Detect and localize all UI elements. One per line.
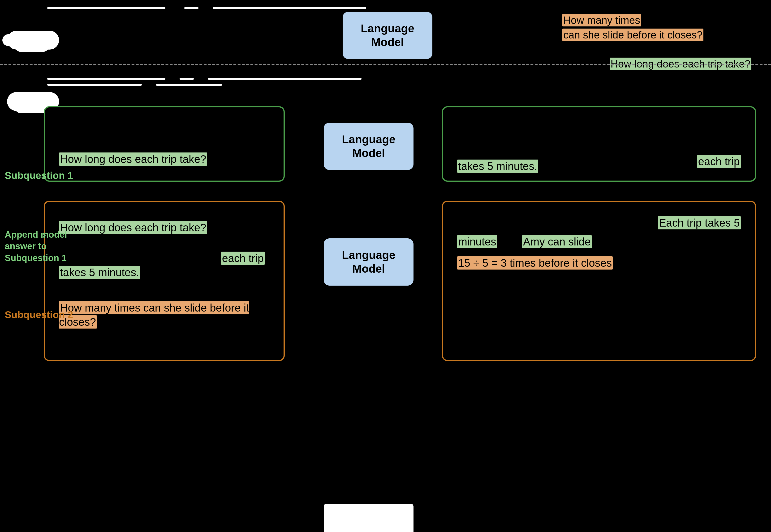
- bottom-line-5: [156, 84, 222, 86]
- append-q2-hl: How many times can she slide before it c…: [59, 301, 249, 329]
- subq2-label: Subquestion 2: [5, 309, 73, 321]
- cloud-top-3: [2, 34, 31, 46]
- lm-bubble-subq1: LanguageModel: [324, 123, 413, 170]
- bottom-ans-hl1: Each trip takes 5: [658, 216, 741, 229]
- subq1-answer-text: each trip: [697, 155, 741, 169]
- append-label: Append model answer to Subquestion 1: [5, 229, 67, 264]
- subq1-answer-text2: takes 5 minutes.: [457, 159, 538, 173]
- top-right-text: How many times can she slide before it c…: [562, 13, 751, 71]
- bottom-section: How long does each trip take? Subquestio…: [0, 68, 771, 532]
- top-line-1: [47, 7, 165, 9]
- top-section: LanguageModel How many times can she sli…: [0, 0, 771, 64]
- question-slide-hl: How many times: [562, 14, 641, 26]
- append-ans2: takes 5 minutes.: [59, 266, 140, 280]
- bottom-line-1: [47, 78, 165, 80]
- question-slide-rest: can she slide before it closes?: [562, 29, 703, 41]
- bottom-white-box: [324, 504, 413, 532]
- bottom-ans-hl4: 15 ÷ 5 = 3 times before it closes: [457, 256, 613, 270]
- section-divider: [0, 64, 771, 65]
- subq1-label: Subquestion 1: [5, 170, 73, 181]
- bottom-ans-line2: minutes Amy can slide: [457, 235, 592, 249]
- subq1-question-hl: How long does each trip take?: [59, 152, 207, 166]
- subq1-answer-box: each trip takes 5 minutes.: [442, 106, 756, 182]
- append-q1-hl: How long does each trip take?: [59, 221, 207, 234]
- lm-bubble-top: LanguageModel: [343, 12, 432, 59]
- top-line-2: [184, 7, 199, 9]
- append-q2-text: How many times can she slide before it c…: [59, 301, 284, 329]
- append-prompt-box: How long does each trip take? each trip …: [44, 201, 285, 361]
- lm-bubble-bottom: LanguageModel: [324, 238, 413, 286]
- subq1-ans-min-hl: takes 5 minutes.: [457, 160, 538, 173]
- bottom-line-4: [47, 84, 142, 86]
- top-line-3: [213, 7, 366, 9]
- append-ans2-hl: takes 5 minutes.: [59, 266, 140, 279]
- bottom-ans-line1: Each trip takes 5: [658, 216, 741, 230]
- bottom-ans-hl2: minutes: [457, 235, 497, 248]
- bottom-ans-hl3: Amy can slide: [522, 235, 592, 248]
- subq1-question-text: How long does each trip take?: [59, 152, 207, 166]
- subq1-prompt-box: How long does each trip take?: [44, 106, 285, 182]
- append-ans1: each trip: [221, 251, 265, 266]
- append-ans1-hl: each trip: [221, 252, 265, 265]
- append-q1-text: How long does each trip take?: [59, 221, 207, 235]
- bottom-ans-line3: 15 ÷ 5 = 3 times before it closes: [457, 256, 613, 270]
- bottom-line-3: [208, 78, 362, 80]
- bottom-answer-box: Each trip takes 5 minutes Amy can slide …: [442, 201, 756, 361]
- subq1-ans-trip-hl: each trip: [697, 155, 741, 168]
- bottom-line-2: [179, 78, 194, 80]
